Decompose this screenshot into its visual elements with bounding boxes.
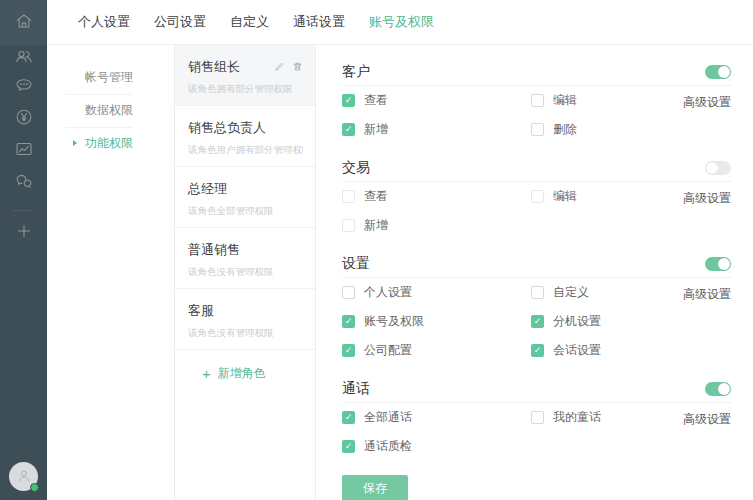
permission-item: ✓通话质检 bbox=[342, 438, 531, 455]
home-nav-button[interactable] bbox=[0, 0, 47, 45]
settings-nav-label: 帐号管理 bbox=[85, 70, 133, 84]
checkbox-checked[interactable]: ✓ bbox=[531, 344, 544, 357]
top-nav-tab-3[interactable]: 自定义 bbox=[230, 13, 269, 31]
add-role-label: 新增角色 bbox=[218, 365, 266, 382]
chat-nav-button[interactable] bbox=[0, 70, 47, 104]
permission-item: ✓会话设置 bbox=[531, 342, 731, 359]
top-nav-tab-4[interactable]: 通话设置 bbox=[293, 13, 345, 31]
user-avatar[interactable] bbox=[9, 462, 38, 491]
role-description: 该角色全部管理权限 bbox=[188, 205, 303, 218]
permission-row: ✓全部通话我的童话 bbox=[342, 403, 731, 432]
role-item-4[interactable]: 普通销售该角色没有管理权限 bbox=[175, 228, 315, 289]
permission-row: 查看编辑 bbox=[342, 182, 731, 211]
permission-item: ✓公司配置 bbox=[342, 342, 531, 359]
permission-label: 查看 bbox=[364, 188, 388, 205]
checkbox-unchecked[interactable] bbox=[531, 411, 544, 424]
section-header: 交易 bbox=[342, 154, 731, 182]
permissions-panel: 客户高级设置✓查看编辑✓新增删除交易高级设置查看编辑新增设置高级设置个人设置自定… bbox=[316, 45, 753, 500]
edit-icon[interactable] bbox=[274, 58, 285, 76]
checkbox-checked[interactable]: ✓ bbox=[342, 94, 355, 107]
role-name: 客服 bbox=[188, 302, 214, 320]
billing-nav-button[interactable] bbox=[0, 102, 47, 136]
stats-nav-button[interactable] bbox=[0, 134, 47, 168]
delete-icon[interactable] bbox=[292, 58, 303, 76]
section-rows: 高级设置个人设置自定义✓账号及权限✓分机设置✓公司配置✓会话设置 bbox=[342, 278, 731, 365]
permission-label: 会话设置 bbox=[553, 342, 601, 359]
permission-item: 删除 bbox=[531, 121, 731, 138]
advanced-settings-link[interactable]: 高级设置 bbox=[683, 286, 731, 303]
top-nav: 个人设置公司设置自定义通话设置账号及权限 bbox=[47, 0, 753, 45]
checkbox-checked[interactable]: ✓ bbox=[531, 315, 544, 328]
section-title: 设置 bbox=[342, 255, 370, 273]
permission-label: 编辑 bbox=[553, 188, 577, 205]
save-button[interactable]: 保存 bbox=[342, 475, 408, 500]
checkbox-unchecked[interactable] bbox=[342, 219, 355, 232]
checkbox-unchecked[interactable] bbox=[342, 190, 355, 203]
checkbox-checked[interactable]: ✓ bbox=[342, 344, 355, 357]
checkbox-unchecked[interactable] bbox=[342, 286, 355, 299]
add-icon bbox=[14, 221, 34, 245]
checkbox-checked[interactable]: ✓ bbox=[342, 315, 355, 328]
role-item-2[interactable]: 销售总负责人该角色用户拥有部分管理权限 bbox=[175, 106, 315, 167]
role-description: 该角色没有管理权限 bbox=[188, 327, 303, 340]
permission-row: 个人设置自定义 bbox=[342, 278, 731, 307]
permission-label: 删除 bbox=[553, 121, 577, 138]
advanced-settings-link[interactable]: 高级设置 bbox=[683, 94, 731, 111]
active-arrow-icon bbox=[73, 140, 77, 146]
role-item-1[interactable]: 销售组长该角色拥有部分管理权限 bbox=[175, 45, 315, 106]
checkbox-checked[interactable]: ✓ bbox=[342, 440, 355, 453]
permission-row: ✓账号及权限✓分机设置 bbox=[342, 307, 731, 336]
checkbox-unchecked[interactable] bbox=[531, 286, 544, 299]
home-icon bbox=[14, 11, 34, 35]
add-role-button[interactable]: + 新增角色 bbox=[175, 350, 315, 382]
permission-label: 我的童话 bbox=[553, 409, 601, 426]
checkbox-checked[interactable]: ✓ bbox=[342, 411, 355, 424]
plus-icon: + bbox=[202, 366, 211, 381]
section-toggle[interactable] bbox=[705, 161, 731, 175]
permission-section-3: 设置高级设置个人设置自定义✓账号及权限✓分机设置✓公司配置✓会话设置 bbox=[342, 250, 731, 365]
stats-icon bbox=[14, 139, 34, 163]
section-header: 客户 bbox=[342, 58, 731, 86]
permission-row: ✓通话质检 bbox=[342, 432, 731, 461]
checkbox-unchecked[interactable] bbox=[531, 123, 544, 136]
role-list: 销售组长该角色拥有部分管理权限销售总负责人该角色用户拥有部分管理权限总经理该角色… bbox=[175, 45, 316, 500]
permission-section-1: 客户高级设置✓查看编辑✓新增删除 bbox=[342, 58, 731, 144]
advanced-settings-link[interactable]: 高级设置 bbox=[683, 411, 731, 428]
checkbox-unchecked[interactable] bbox=[531, 190, 544, 203]
section-title: 客户 bbox=[342, 63, 370, 81]
role-item-3[interactable]: 总经理该角色全部管理权限 bbox=[175, 167, 315, 228]
permission-row: ✓查看编辑 bbox=[342, 86, 731, 115]
permission-label: 公司配置 bbox=[364, 342, 412, 359]
add-nav-button[interactable] bbox=[0, 216, 47, 250]
role-description: 该角色没有管理权限 bbox=[188, 266, 303, 279]
billing-icon bbox=[14, 107, 34, 131]
checkbox-checked[interactable]: ✓ bbox=[342, 123, 355, 136]
permission-label: 自定义 bbox=[553, 284, 589, 301]
section-toggle[interactable] bbox=[705, 65, 731, 79]
role-items: 销售组长该角色拥有部分管理权限销售总负责人该角色用户拥有部分管理权限总经理该角色… bbox=[175, 45, 315, 350]
settings-nav-item-2[interactable]: 数据权限 bbox=[47, 94, 174, 127]
wechat-icon bbox=[14, 171, 34, 195]
top-nav-tab-1[interactable]: 个人设置 bbox=[78, 13, 130, 31]
permission-sections: 客户高级设置✓查看编辑✓新增删除交易高级设置查看编辑新增设置高级设置个人设置自定… bbox=[342, 58, 731, 461]
toggle-knob bbox=[718, 66, 730, 78]
advanced-settings-link[interactable]: 高级设置 bbox=[683, 190, 731, 207]
section-toggle[interactable] bbox=[705, 382, 731, 396]
top-nav-tab-2[interactable]: 公司设置 bbox=[154, 13, 206, 31]
top-nav-tab-5[interactable]: 账号及权限 bbox=[369, 13, 434, 31]
wechat-nav-button[interactable] bbox=[0, 166, 47, 200]
app-sidebar bbox=[0, 0, 47, 500]
role-description: 该角色拥有部分管理权限 bbox=[188, 83, 303, 96]
checkbox-unchecked[interactable] bbox=[531, 94, 544, 107]
chat-icon bbox=[14, 75, 34, 99]
settings-nav-item-1[interactable]: 帐号管理 bbox=[47, 61, 174, 94]
role-name: 销售组长 bbox=[188, 58, 240, 76]
role-actions bbox=[274, 58, 303, 76]
section-rows: 高级设置查看编辑新增 bbox=[342, 182, 731, 240]
section-toggle[interactable] bbox=[705, 257, 731, 271]
section-header: 设置 bbox=[342, 250, 731, 278]
settings-nav-label: 数据权限 bbox=[85, 103, 133, 117]
role-item-5[interactable]: 客服该角色没有管理权限 bbox=[175, 289, 315, 350]
permission-label: 个人设置 bbox=[364, 284, 412, 301]
settings-nav-item-3[interactable]: 功能权限 bbox=[47, 127, 174, 160]
